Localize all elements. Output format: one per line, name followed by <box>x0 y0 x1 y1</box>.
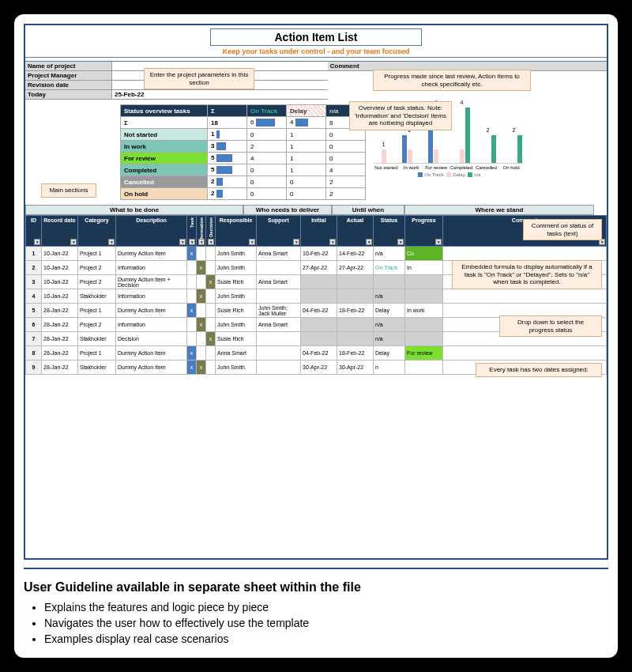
table-row[interactable]: 8 28-Jan-22 Project 1 Dummy Action Item … <box>26 346 607 361</box>
callout-dates: Every task has two dates assigned: <box>476 363 602 377</box>
group-headers: What to be done Who needs to deliver Unt… <box>25 205 607 215</box>
callout-params: Enter the project parameters in this sec… <box>144 68 254 89</box>
callout-task-comment: Comment on status of tasks (text) <box>523 219 602 240</box>
col-progress: Progress▾ <box>405 216 443 247</box>
table-row[interactable]: 4 10-Jan-22 Stakholder Information x Joh… <box>26 289 607 304</box>
overview-section: Status overview tasks Σ On Track Delay n… <box>25 104 607 200</box>
params-section: Name of project Project Manager Revision… <box>25 62 607 100</box>
col-actual: Actual▾ <box>337 216 374 247</box>
filter-icon[interactable]: ▾ <box>34 239 40 245</box>
chart-legend: On Track Delay n/a <box>374 172 524 177</box>
col-id: ID▾ <box>26 216 42 247</box>
col-task: Task▾ <box>187 216 197 247</box>
page-title: Action Item List <box>210 28 421 46</box>
col-initial: Initial▾ <box>301 216 337 247</box>
status-overview-table: Status overview tasks Σ On Track Delay n… <box>120 104 366 200</box>
col-decision: Decision▾ <box>206 216 216 247</box>
guideline-list: Explains the features and logic piece by… <box>24 601 608 645</box>
title-block: Action Item List Keep your tasks under c… <box>25 25 607 62</box>
table-row[interactable]: 1 10-Jan-22 Project 1 Dummy Action Item … <box>26 247 607 261</box>
col-status: Status▾ <box>374 216 405 247</box>
col-description: Description▾ <box>116 216 187 247</box>
callout-dropdown: Drop down to select the progress status <box>499 315 602 337</box>
col-info: Information▾ <box>197 216 206 247</box>
col-support: Support▾ <box>257 216 301 247</box>
guideline-section: User Guideline available in separate she… <box>24 568 608 648</box>
param-revision-label: Revision date <box>25 81 112 89</box>
task-table[interactable]: ID▾ Record date▾ Category▾ Description▾ … <box>25 215 607 375</box>
callout-overview: Overview of task status. Note: 'Informat… <box>349 101 452 130</box>
today-value: 25-Feb-22 <box>112 90 146 99</box>
col-record: Record date▾ <box>42 216 78 247</box>
param-manager-label: Project Manager <box>25 71 112 80</box>
param-today-label: Today <box>25 90 112 99</box>
callout-formula: Embedded formula to display automaticall… <box>452 260 602 289</box>
col-responsible: Responsible▾ <box>216 216 257 247</box>
page-subtitle: Keep your tasks under control - and your… <box>25 46 607 58</box>
spreadsheet-preview: Action Item List Keep your tasks under c… <box>24 24 608 560</box>
callout-comment: Progress made since last review, Action … <box>373 70 531 91</box>
callout-sections: Main sections <box>41 183 96 198</box>
ov-header-title: Status overview tasks <box>121 105 208 117</box>
col-category: Category▾ <box>78 216 116 247</box>
guideline-title: User Guideline available in separate she… <box>24 580 608 595</box>
main-table-section: What to be done Who needs to deliver Unt… <box>25 205 607 375</box>
param-name-label: Name of project <box>25 62 112 70</box>
